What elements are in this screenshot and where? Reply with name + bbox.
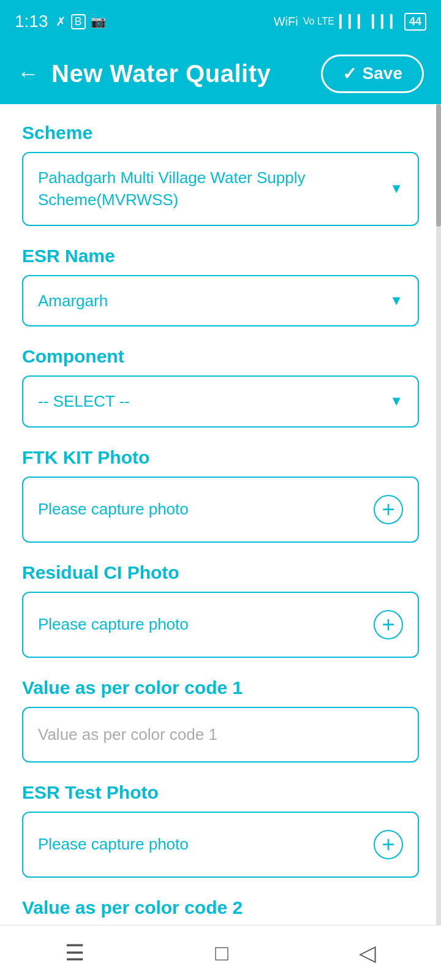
- ftk-kit-photo-button[interactable]: Please capture photo +: [22, 477, 419, 543]
- scroll-indicator: [436, 104, 441, 980]
- esr-test-photo-label: ESR Test Photo: [22, 782, 419, 803]
- home-nav-icon[interactable]: □: [215, 940, 228, 966]
- residual-ci-photo-label: Residual CI Photo: [22, 562, 419, 583]
- status-bar-right: WiFi Vo LTE ▎▎▎ ▎▎▎ 44: [274, 13, 426, 31]
- component-label: Component: [22, 346, 419, 367]
- ftk-kit-add-photo-icon: +: [374, 495, 403, 524]
- scheme-dropdown-arrow: ▼: [390, 181, 403, 197]
- value-color-code-2-section: Value as per color code 2: [22, 897, 419, 918]
- save-button[interactable]: ✓ Save: [321, 55, 424, 93]
- b-icon: B: [71, 14, 86, 29]
- component-dropdown-arrow: ▼: [390, 393, 403, 409]
- component-section: Component -- SELECT -- ▼: [22, 346, 419, 427]
- residual-ci-add-photo-icon: +: [374, 610, 403, 639]
- page-title: New Water Quality: [51, 60, 271, 88]
- esr-name-dropdown-arrow: ▼: [390, 293, 403, 309]
- save-check-icon: ✓: [342, 64, 356, 84]
- signal-bars-1: ▎▎▎: [339, 14, 367, 29]
- esr-name-dropdown[interactable]: Amargarh ▼: [22, 275, 419, 326]
- status-bar-left: 1:13 ✗ B 📷: [15, 12, 106, 31]
- scheme-section: Scheme Pahadgarh Multi Village Water Sup…: [22, 123, 419, 226]
- esr-name-section: ESR Name Amargarh ▼: [22, 246, 419, 326]
- esr-test-photo-placeholder: Please capture photo: [38, 835, 189, 854]
- camera-icon: 📷: [91, 14, 106, 29]
- main-content: Scheme Pahadgarh Multi Village Water Sup…: [0, 104, 441, 956]
- back-nav-icon[interactable]: ◁: [359, 940, 376, 966]
- scheme-label: Scheme: [22, 123, 419, 143]
- esr-name-value: Amargarh: [38, 290, 382, 312]
- header-bar: ← New Water Quality ✓ Save: [0, 43, 441, 104]
- ftk-kit-photo-label: FTK KIT Photo: [22, 447, 419, 468]
- scheme-dropdown[interactable]: Pahadgarh Multi Village Water Supply Sch…: [22, 152, 419, 226]
- battery-indicator: 44: [404, 13, 426, 31]
- nav-bar: ☰ □ ◁: [0, 925, 441, 980]
- back-button[interactable]: ←: [17, 62, 39, 85]
- signal-bars-2: ▎▎▎: [372, 14, 399, 29]
- signal-icon-1: ✗: [56, 14, 66, 29]
- component-dropdown[interactable]: -- SELECT -- ▼: [22, 375, 419, 427]
- menu-nav-icon[interactable]: ☰: [65, 940, 85, 966]
- ftk-kit-photo-placeholder: Please capture photo: [38, 500, 189, 519]
- esr-test-add-photo-icon: +: [374, 830, 403, 859]
- scheme-value: Pahadgarh Multi Village Water Supply Sch…: [38, 167, 382, 211]
- ftk-kit-photo-section: FTK KIT Photo Please capture photo +: [22, 447, 419, 543]
- scroll-thumb: [436, 104, 441, 227]
- residual-ci-photo-section: Residual CI Photo Please capture photo +: [22, 562, 419, 658]
- status-icons: ✗ B 📷: [56, 14, 106, 29]
- residual-ci-photo-button[interactable]: Please capture photo +: [22, 592, 419, 658]
- vo-lte-icon: Vo LTE: [303, 16, 334, 27]
- esr-test-photo-button[interactable]: Please capture photo +: [22, 812, 419, 878]
- esr-test-photo-section: ESR Test Photo Please capture photo +: [22, 782, 419, 878]
- save-label: Save: [363, 64, 402, 83]
- value-color-code-1-section: Value as per color code 1: [22, 677, 419, 763]
- status-bar: 1:13 ✗ B 📷 WiFi Vo LTE ▎▎▎ ▎▎▎ 44: [0, 0, 441, 43]
- component-value: -- SELECT --: [38, 390, 382, 412]
- value-color-code-2-label: Value as per color code 2: [22, 897, 419, 918]
- value-color-code-1-label: Value as per color code 1: [22, 677, 419, 698]
- esr-name-label: ESR Name: [22, 246, 419, 266]
- status-time: 1:13: [15, 12, 48, 31]
- header-left: ← New Water Quality: [17, 60, 271, 88]
- residual-ci-photo-placeholder: Please capture photo: [38, 615, 189, 634]
- wifi-icon: WiFi: [274, 15, 298, 29]
- value-color-code-1-input[interactable]: [22, 707, 419, 763]
